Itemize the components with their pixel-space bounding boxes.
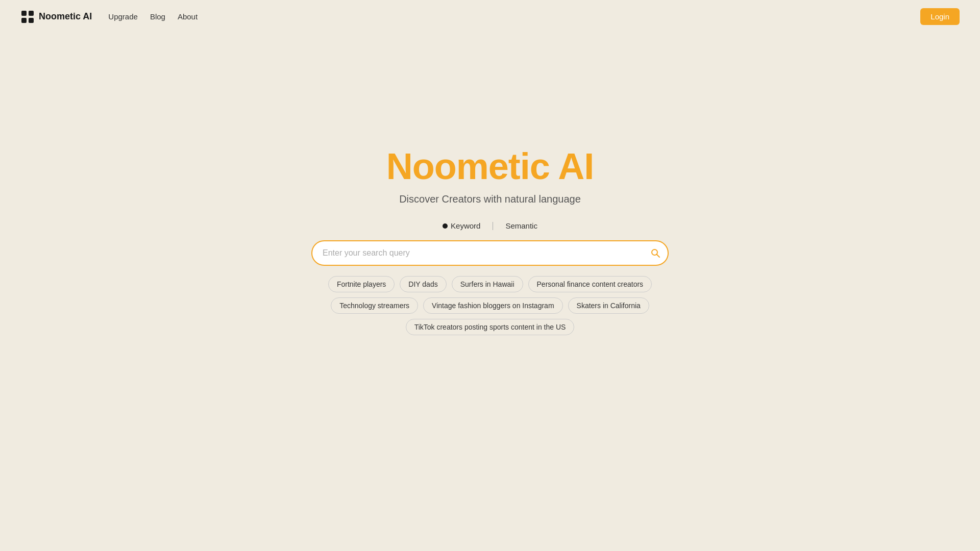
chip-vintage-fashion[interactable]: Vintage fashion bloggers on Instagram — [423, 297, 562, 314]
nav: Upgrade Blog About — [108, 12, 198, 21]
suggestions-row-1: Fortnite players DIY dads Surfers in Haw… — [328, 276, 652, 292]
chip-fortnite-players[interactable]: Fortnite players — [328, 276, 395, 292]
header-left: Noometic AI Upgrade Blog About — [20, 10, 198, 24]
svg-rect-2 — [21, 18, 27, 23]
logo-text: Noometic AI — [39, 11, 92, 22]
suggestions-row-2: Technology streamers Vintage fashion blo… — [331, 297, 649, 314]
chip-personal-finance[interactable]: Personal finance content creators — [528, 276, 652, 292]
suggestions: Fortnite players DIY dads Surfers in Haw… — [328, 276, 652, 335]
search-container — [311, 240, 669, 266]
search-input[interactable] — [311, 240, 669, 266]
svg-rect-3 — [29, 18, 34, 23]
nav-upgrade[interactable]: Upgrade — [108, 12, 138, 21]
keyword-label: Keyword — [451, 221, 480, 230]
svg-line-5 — [657, 255, 660, 258]
svg-rect-1 — [29, 11, 34, 16]
semantic-label: Semantic — [505, 221, 537, 230]
chip-tiktok-sports[interactable]: TikTok creators posting sports content i… — [406, 319, 575, 335]
svg-rect-0 — [21, 11, 27, 16]
hero-title: Noometic AI — [386, 145, 594, 187]
keyword-toggle[interactable]: Keyword — [443, 221, 480, 230]
search-mode-toggle: Keyword Semantic — [443, 221, 537, 230]
login-button[interactable]: Login — [920, 8, 960, 25]
keyword-dot — [443, 223, 448, 229]
main-content: Noometic AI Discover Creators with natur… — [0, 33, 980, 335]
toggle-divider — [493, 222, 493, 230]
logo-link[interactable]: Noometic AI — [20, 10, 92, 24]
nav-blog[interactable]: Blog — [150, 12, 165, 21]
chip-technology-streamers[interactable]: Technology streamers — [331, 297, 418, 314]
search-icon — [650, 248, 660, 258]
chip-surfers-hawaii[interactable]: Surfers in Hawaii — [452, 276, 523, 292]
chip-diy-dads[interactable]: DIY dads — [400, 276, 446, 292]
semantic-toggle[interactable]: Semantic — [505, 221, 537, 230]
logo-icon — [20, 10, 35, 24]
header: Noometic AI Upgrade Blog About Login — [0, 0, 980, 33]
nav-about[interactable]: About — [178, 12, 198, 21]
chip-skaters-california[interactable]: Skaters in California — [568, 297, 649, 314]
hero-subtitle: Discover Creators with natural language — [399, 193, 581, 205]
suggestions-row-3: TikTok creators posting sports content i… — [406, 319, 575, 335]
search-button[interactable] — [650, 248, 660, 258]
